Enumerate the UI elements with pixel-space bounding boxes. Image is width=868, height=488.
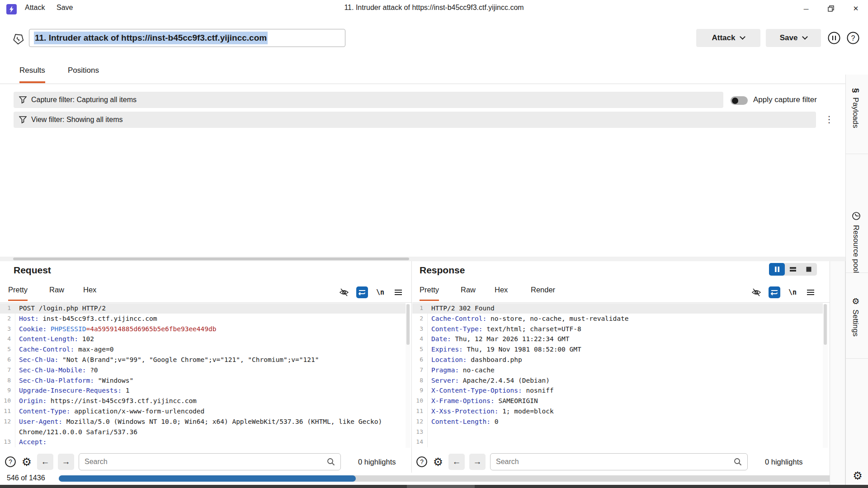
layout-single-button[interactable] bbox=[801, 263, 817, 276]
response-panel-title: Response bbox=[420, 265, 465, 276]
request-editor[interactable]: 1POST /login.php HTTP/22Host: inst-b45cc… bbox=[0, 303, 406, 449]
code-line: 2Cache-Control: no-store, no-cache, must… bbox=[412, 314, 823, 324]
apply-capture-filter-toggle[interactable] bbox=[731, 96, 748, 105]
close-button[interactable]: ✕ bbox=[848, 2, 863, 15]
code-line: 1POST /login.php HTTP/2 bbox=[0, 303, 406, 314]
save-button[interactable]: Save bbox=[766, 29, 821, 47]
show-newlines-icon[interactable]: \n bbox=[374, 286, 386, 298]
code-line: 5Expires: Thu, 19 Nov 1981 08:52:00 GMT bbox=[412, 344, 823, 355]
code-line: 12User-Agent: Mozilla/5.0 (Windows NT 10… bbox=[0, 417, 406, 437]
request-tab-raw[interactable]: Raw bbox=[49, 286, 64, 300]
code-line: 11Content-Type: application/x-www-form-u… bbox=[0, 406, 406, 417]
code-line: 8Sec-Ch-Ua-Platform: "Windows" bbox=[0, 375, 406, 386]
request-scrollbar[interactable] bbox=[406, 304, 410, 448]
code-line: 5Cache-Control: max-age=0 bbox=[0, 344, 406, 355]
code-line: 6Sec-Ch-Ua: "Not A(Brand";v="99", "Googl… bbox=[0, 355, 406, 365]
search-icon bbox=[734, 458, 742, 466]
sidebar-tab-resource-pool[interactable]: Resource pool bbox=[852, 211, 861, 273]
code-line: 12Content-Length: 0 bbox=[412, 417, 823, 427]
response-scrollbar[interactable] bbox=[823, 304, 828, 448]
tab-positions[interactable]: Positions bbox=[68, 66, 99, 81]
apply-capture-filter-label: Apply capture filter bbox=[753, 95, 817, 104]
view-filter-menu-icon[interactable]: ⋮ bbox=[825, 114, 834, 125]
tag-icon bbox=[12, 33, 24, 47]
right-sidebar bbox=[845, 75, 868, 485]
settings-gear-icon: ⚙ bbox=[851, 297, 861, 305]
svg-text:?: ? bbox=[851, 34, 855, 42]
code-line: 7Sec-Ch-Ua-Mobile: ?0 bbox=[0, 365, 406, 375]
response-editor[interactable]: 1HTTP/2 302 Found2Cache-Control: no-stor… bbox=[412, 303, 823, 449]
code-line: 7Pragma: no-cache bbox=[412, 365, 823, 375]
hide-selection-icon[interactable] bbox=[750, 286, 762, 298]
attack-button[interactable]: Attack bbox=[696, 29, 760, 47]
word-wrap-icon[interactable] bbox=[769, 286, 780, 298]
search-prev-button[interactable]: ← bbox=[37, 454, 53, 470]
help-icon[interactable]: ? bbox=[846, 31, 860, 45]
bottom-settings-icon[interactable]: ⚙ bbox=[852, 470, 863, 482]
minimize-button[interactable]: ─ bbox=[798, 2, 814, 15]
sidebar-tab-payloads[interactable]: § Payloads bbox=[851, 88, 861, 128]
resource-pool-icon bbox=[852, 211, 861, 221]
hide-selection-icon[interactable] bbox=[338, 286, 350, 298]
svg-text:?: ? bbox=[9, 458, 12, 465]
table-horizontal-scrollbar[interactable] bbox=[0, 257, 845, 261]
burp-intruder-window: Attack Save 11. Intruder attack of https… bbox=[0, 0, 868, 488]
show-newlines-icon[interactable]: \n bbox=[787, 286, 798, 298]
layout-rows-button[interactable] bbox=[785, 263, 801, 276]
response-panel: Response Pretty Raw Hex Render \n 1HTTP/… bbox=[412, 261, 830, 474]
request-search-input[interactable]: Search bbox=[79, 453, 341, 470]
word-wrap-icon[interactable] bbox=[356, 286, 368, 298]
code-line: 14 bbox=[412, 437, 823, 447]
search-next-button[interactable]: → bbox=[469, 454, 486, 470]
view-filter-bar[interactable]: View filter: Showing all items bbox=[14, 112, 816, 128]
response-tab-raw[interactable]: Raw bbox=[461, 286, 476, 300]
search-settings-icon[interactable]: ⚙ bbox=[21, 456, 33, 468]
search-help-icon[interactable]: ? bbox=[416, 456, 428, 468]
layout-pause-button[interactable] bbox=[769, 263, 785, 276]
svg-text:?: ? bbox=[420, 458, 424, 465]
response-search-bar: ? ⚙ ← → Search 0 highlights bbox=[416, 452, 802, 472]
funnel-icon bbox=[19, 96, 27, 103]
search-icon bbox=[327, 458, 335, 466]
search-prev-button[interactable]: ← bbox=[448, 454, 465, 470]
attack-name-text: 11. Intruder attack of https://inst-b45c… bbox=[34, 32, 268, 44]
code-line: 11X-Xss-Protection: 1; mode=block bbox=[412, 406, 823, 417]
restore-button[interactable] bbox=[823, 2, 839, 15]
request-highlights-count: 0 highlights bbox=[358, 458, 396, 466]
panel-divider[interactable] bbox=[411, 261, 412, 473]
pause-attack-icon[interactable] bbox=[827, 31, 841, 45]
request-tab-pretty[interactable]: Pretty bbox=[8, 286, 28, 301]
response-tab-pretty[interactable]: Pretty bbox=[420, 286, 439, 301]
capture-filter-bar[interactable]: Capture filter: Capturing all items bbox=[14, 92, 723, 108]
request-tab-hex[interactable]: Hex bbox=[83, 286, 96, 300]
code-line: 9X-Content-Type-Options: nosniff bbox=[412, 385, 823, 396]
response-editor-tabs: Pretty Raw Hex Render \n bbox=[412, 285, 830, 303]
attack-name-input[interactable]: 11. Intruder attack of https://inst-b45c… bbox=[29, 29, 345, 47]
sidebar-tab-settings[interactable]: ⚙ Settings bbox=[851, 297, 861, 337]
code-line: 2Host: inst-b45cc9f3.ctf.yijincc.com bbox=[0, 314, 406, 324]
results-table: RequestPayload 1Payload 2Status codeResp… bbox=[0, 132, 845, 257]
bottom-edge bbox=[0, 485, 868, 488]
chevron-down-icon bbox=[740, 34, 746, 40]
response-tab-render[interactable]: Render bbox=[531, 286, 555, 300]
code-line: 4Date: Thu, 12 Mar 2026 11:22:34 GMT bbox=[412, 334, 823, 344]
search-help-icon[interactable]: ? bbox=[5, 456, 16, 468]
chevron-down-icon bbox=[802, 34, 808, 40]
code-line: 3Cookie: PHPSESSID=4a595914885d6965b5e6f… bbox=[0, 324, 406, 334]
search-settings-icon[interactable]: ⚙ bbox=[432, 456, 444, 468]
code-line: 3Content-Type: text/html; charset=UTF-8 bbox=[412, 324, 823, 334]
editor-menu-icon[interactable] bbox=[805, 286, 816, 298]
response-tab-hex[interactable]: Hex bbox=[495, 286, 508, 300]
status-bar: 546 of 1436 bbox=[0, 473, 845, 485]
funnel-icon bbox=[19, 116, 27, 123]
code-line: 4Content-Length: 102 bbox=[0, 334, 406, 344]
tab-results[interactable]: Results bbox=[19, 66, 45, 83]
request-editor-tabs: Pretty Raw Hex \n bbox=[0, 285, 411, 303]
search-next-button[interactable]: → bbox=[58, 454, 74, 470]
editor-menu-icon[interactable] bbox=[392, 286, 404, 298]
payloads-icon: § bbox=[851, 88, 861, 93]
response-search-input[interactable]: Search bbox=[490, 453, 748, 470]
window-title: 11. Intruder attack of https://inst-b45c… bbox=[0, 4, 868, 12]
code-line: 8Server: Apache/2.4.54 (Debian) bbox=[412, 375, 823, 386]
code-line: 9Upgrade-Insecure-Requests: 1 bbox=[0, 385, 406, 396]
